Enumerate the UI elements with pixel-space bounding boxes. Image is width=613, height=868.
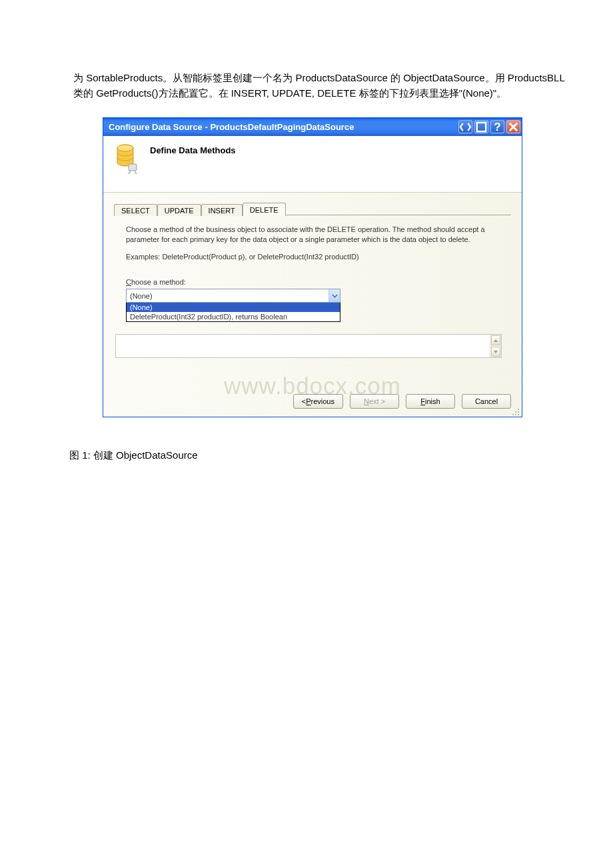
maximize-icon[interactable] bbox=[474, 120, 488, 133]
tab-delete[interactable]: DELETE bbox=[243, 203, 286, 216]
dropdown-option-none[interactable]: (None) bbox=[127, 303, 340, 312]
wizard-buttons: < Previous Next > Finish Cancel bbox=[103, 391, 522, 417]
dropdown-option-deleteproduct[interactable]: DeleteProduct(Int32 productID), returns … bbox=[127, 312, 340, 321]
svg-rect-0 bbox=[477, 122, 486, 131]
titlebar[interactable]: Configure Data Source - ProductsDefaultP… bbox=[103, 118, 522, 136]
svg-point-3 bbox=[117, 145, 133, 151]
scroll-down-icon[interactable] bbox=[491, 347, 500, 357]
scroll-up-icon[interactable] bbox=[491, 335, 500, 345]
tab-strip: SELECT UPDATE INSERT DELETE bbox=[114, 202, 511, 215]
titlebar-text: Configure Data Source - ProductsDefaultP… bbox=[109, 122, 458, 132]
intro-paragraph: 为 SortableProducts。从智能标签里创建一个名为 Products… bbox=[73, 70, 573, 101]
help-icon[interactable]: ? bbox=[490, 120, 504, 133]
examples-text: Examples: DeleteProduct(Product p), or D… bbox=[126, 253, 499, 261]
svg-rect-4 bbox=[129, 164, 137, 171]
figure-caption: 图 1: 创建 ObjectDataSource bbox=[69, 449, 573, 462]
finish-button[interactable]: Finish bbox=[406, 394, 455, 409]
method-dropdown[interactable]: (None) bbox=[126, 289, 340, 303]
cancel-button[interactable]: Cancel bbox=[462, 394, 511, 409]
method-dropdown-list: (None) DeleteProduct(Int32 productID), r… bbox=[126, 303, 340, 322]
scrollbar[interactable] bbox=[490, 335, 501, 357]
tab-insert[interactable]: INSERT bbox=[201, 204, 243, 216]
previous-button[interactable]: < Previous bbox=[293, 394, 343, 409]
config-dialog: Configure Data Source - ProductsDefaultP… bbox=[103, 117, 522, 418]
close-icon[interactable] bbox=[506, 120, 520, 133]
description-scrollbox bbox=[115, 334, 502, 358]
tab-description: Choose a method of the business object t… bbox=[126, 225, 499, 245]
method-dropdown-selected: (None) bbox=[127, 292, 328, 300]
dialog-header: Define Data Methods bbox=[103, 136, 522, 193]
svg-text:?: ? bbox=[494, 121, 500, 133]
database-icon bbox=[115, 143, 141, 175]
tab-update[interactable]: UPDATE bbox=[157, 204, 201, 216]
dialog-header-title: Define Data Methods bbox=[150, 143, 236, 155]
nav-back-icon[interactable] bbox=[458, 120, 472, 133]
next-button[interactable]: Next > bbox=[350, 394, 399, 409]
choose-method-label: Choose a method: bbox=[126, 278, 499, 286]
tab-select[interactable]: SELECT bbox=[114, 204, 157, 216]
chevron-down-icon[interactable] bbox=[328, 289, 340, 302]
